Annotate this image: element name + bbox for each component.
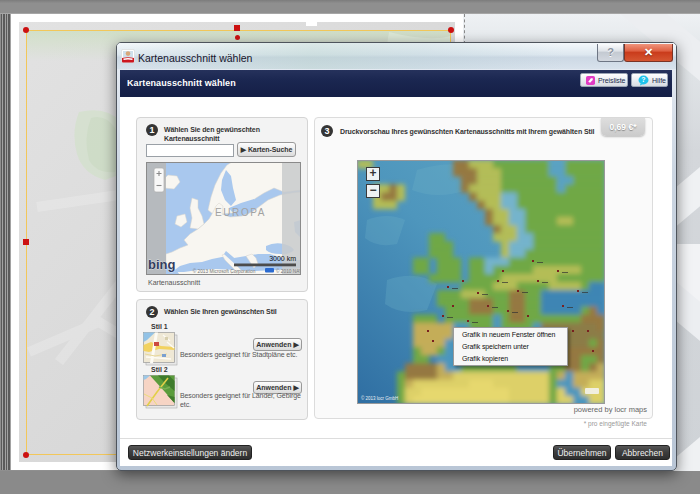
- svg-text:© 2013 locr GmbH: © 2013 locr GmbH: [361, 395, 398, 401]
- svg-text:?: ?: [641, 76, 645, 83]
- svg-text:3000 km: 3000 km: [269, 255, 296, 262]
- svg-text:bing: bing: [148, 257, 175, 272]
- svg-text:© 2013 Microsoft Corporation: © 2013 Microsoft Corporation: [193, 268, 256, 274]
- svg-text:© 2010 NAVTEQ: © 2010 NAVTEQ: [276, 268, 301, 274]
- svg-text:EUROPA: EUROPA: [215, 207, 266, 218]
